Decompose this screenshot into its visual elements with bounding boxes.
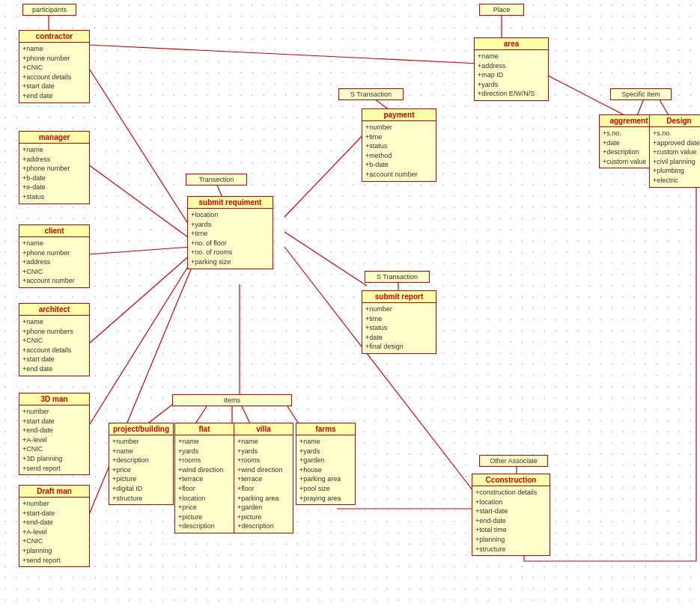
submitreport-body: +number+time+status+date+final design [362,303,436,353]
payment-box: payment +number+time+status+method+b-dat… [362,108,436,182]
stransaction2-label: S Transaction [365,271,430,283]
contractor-body: +name+phone number+CNIC+account details+… [19,43,89,102]
area-header: area [475,38,548,50]
construction-box: Cconstruction +construction details+loca… [472,474,550,556]
farms-body: +name+yards+garden+house+parking area+po… [296,435,355,504]
client-body: +name+phone number+address+CNIC+account … [19,237,89,287]
architect-body: +name+phone numbers+CNIC+account details… [19,316,89,376]
submitrequiment-box: submit requiment +location+yards+time+no… [187,196,273,269]
farms-header: farms [296,423,355,435]
diagram-container: participants Place contractor +name+phon… [0,0,700,609]
construction-header: Cconstruction [472,474,550,486]
svg-line-2 [88,67,191,228]
participants-label: participants [22,4,76,16]
projectbuilding-box: project/building +number+name+descriptio… [109,423,174,505]
architect-box: architect +name+phone numbers+CNIC+accou… [19,303,90,376]
draftman-box: Draft man +number+start-date+end-date+A-… [19,485,90,567]
submitrequiment-body: +location+yards+time+no. of floor+no. of… [188,209,273,269]
client-box: client +name+phone number+address+CNIC+a… [19,224,90,288]
threeDman-header: 3D man [19,394,89,406]
projectbuilding-body: +number+name+description+price+picture+d… [109,435,173,504]
svg-line-4 [88,247,191,254]
draftman-body: +number+start-date+end-date+A-level+CNIC… [19,498,89,566]
villa-header: villa [234,423,293,435]
area-box: area +name+address+map ID+yards+directio… [474,37,549,101]
design-box: Design +s.no.+approved date+custom value… [649,114,700,188]
manager-header: manager [19,132,89,144]
items-label: Items [172,394,292,406]
projectbuilding-header: project/building [109,423,173,435]
contractor-header: contractor [19,31,89,43]
threeDman-box: 3D man +number+start date+end-date+A-lev… [19,393,90,475]
specificitem-label: Specific Item [610,88,672,100]
svg-line-5 [88,254,191,344]
transection-label: Transection [186,174,247,186]
svg-line-15 [146,402,176,425]
construction-body: +construction details+location+start-dat… [472,486,550,555]
svg-line-10 [284,232,367,286]
submitrequiment-header: submit requiment [188,197,273,209]
otherassociate-label: Other Associate [479,455,548,467]
farms-box: farms +name+yards+garden+house+parking a… [296,423,356,505]
manager-box: manager +name+address+phone number+b-dat… [19,131,90,204]
threeDman-body: +number+start date+end-date+A-level+CNIC… [19,406,89,474]
place-label: Place [479,4,524,16]
architect-header: architect [19,304,89,316]
svg-line-11 [284,131,367,217]
flat-header: flat [175,423,234,435]
manager-body: +name+address+phone number+b-date+e-date… [19,144,89,203]
draftman-header: Draft man [19,486,89,498]
flat-box: flat +name+yards+rooms+wind direction+te… [174,423,234,533]
area-body: +name+address+map ID+yards+direction E/W… [475,50,548,100]
submitreport-header: submit report [362,291,436,303]
design-body: +s.no.+approved date+custom value+civil … [650,127,700,187]
svg-line-29 [88,45,479,64]
client-header: client [19,225,89,237]
payment-header: payment [362,109,436,121]
villa-box: villa +name+yards+rooms+wind direction+t… [234,423,293,533]
flat-body: +name+yards+rooms+wind direction+terrace… [175,435,234,533]
submitreport-box: submit report +number+time+status+date+f… [362,290,436,354]
design-header: Design [650,115,700,127]
svg-line-3 [88,165,191,239]
payment-body: +number+time+status+method+b-date+accoun… [362,121,436,181]
contractor-box: contractor +name+phone number+CNIC+accou… [19,30,90,103]
villa-body: +name+yards+rooms+wind direction+terrace… [234,435,293,533]
stransaction1-label: S Transaction [338,88,404,100]
